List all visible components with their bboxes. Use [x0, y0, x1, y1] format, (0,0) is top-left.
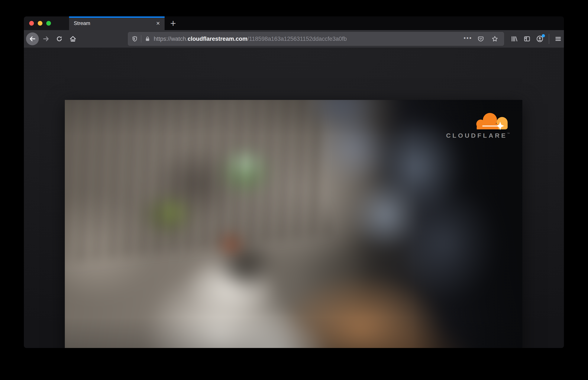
pocket-button[interactable]	[475, 33, 486, 45]
cloudflare-watermark: CLOUDFLARE™	[446, 111, 510, 139]
toolbar-right-icons	[507, 33, 564, 45]
lock-icon[interactable]	[144, 36, 151, 42]
url-scheme-host: https://watch.	[154, 36, 188, 42]
tab-stream[interactable]: Stream ×	[69, 17, 165, 30]
window-zoom-button[interactable]	[46, 21, 51, 26]
video-player[interactable]: CLOUDFLARE™	[65, 100, 522, 348]
tab-strip-empty: +	[165, 17, 564, 30]
account-button[interactable]	[534, 33, 545, 45]
page-actions-button[interactable]: •••	[464, 35, 472, 43]
forward-button[interactable]	[40, 33, 52, 45]
reload-icon	[56, 35, 63, 42]
window-close-button[interactable]	[29, 21, 34, 26]
new-tab-button[interactable]: +	[167, 17, 179, 30]
cloudflare-brand-text: CLOUDFLARE	[446, 132, 507, 139]
home-button[interactable]	[67, 33, 78, 45]
sidebar-icon	[523, 35, 531, 42]
content-area: CLOUDFLARE™	[24, 48, 564, 348]
nav-toolbar: https://watch.cloudflarestream.com/11859…	[24, 30, 564, 48]
plus-icon: +	[170, 18, 176, 29]
cloudflare-cloud-icon	[474, 111, 510, 131]
url-path: /118598a163a125631152ddaccfe3a0fb	[247, 36, 347, 42]
toolbar-separator	[549, 34, 549, 44]
tab-close-button[interactable]: ×	[156, 20, 160, 26]
url-domain: cloudflarestream.com	[188, 36, 247, 42]
trademark-mark: ™	[507, 132, 510, 135]
url-bar[interactable]: https://watch.cloudflarestream.com/11859…	[128, 32, 504, 46]
tab-bar: Stream × +	[24, 17, 564, 30]
account-notification-dot	[542, 34, 545, 37]
url-text: https://watch.cloudflarestream.com/11859…	[154, 36, 347, 42]
url-bar-separator	[141, 35, 141, 42]
star-icon	[491, 35, 499, 42]
library-button[interactable]	[509, 33, 520, 45]
reload-button[interactable]	[54, 33, 65, 45]
hamburger-icon	[554, 35, 562, 42]
bookmark-star-button[interactable]	[489, 33, 500, 45]
tracking-protection-shield-icon[interactable]	[132, 36, 138, 42]
home-icon	[69, 35, 77, 43]
browser-window: Stream × +	[24, 17, 564, 348]
back-arrow-icon	[29, 35, 36, 42]
forward-arrow-icon	[42, 35, 50, 42]
back-button[interactable]	[26, 33, 39, 45]
close-icon: ×	[156, 20, 160, 27]
tab-title: Stream	[74, 20, 90, 26]
three-dots-icon: •••	[464, 35, 472, 41]
titlebar-controls	[24, 17, 69, 30]
menu-button[interactable]	[553, 33, 564, 45]
pocket-icon	[477, 36, 484, 42]
library-icon	[511, 35, 518, 42]
window-minimize-button[interactable]	[38, 21, 42, 26]
sidebar-button[interactable]	[521, 33, 533, 45]
